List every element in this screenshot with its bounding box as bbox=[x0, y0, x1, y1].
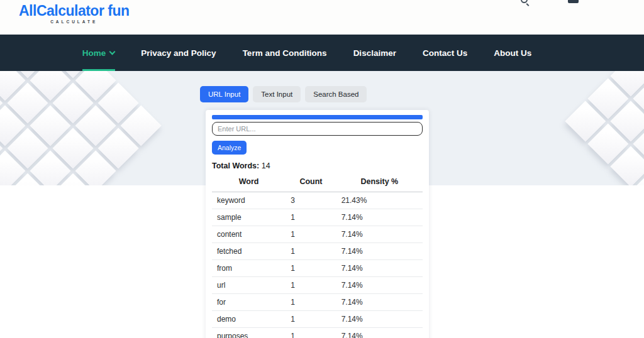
nav-item-contact-us[interactable]: Contact Us bbox=[409, 35, 480, 71]
top-header: AllCalculator fun CALCULATE bbox=[0, 0, 644, 35]
cell-word: demo bbox=[212, 311, 286, 328]
site-logo[interactable]: AllCalculator fun CALCULATE bbox=[19, 3, 130, 24]
cell-count: 1 bbox=[286, 260, 336, 277]
nav-item-about-us[interactable]: About Us bbox=[480, 35, 545, 71]
cell-count: 3 bbox=[286, 192, 336, 209]
cell-density: 7.14% bbox=[336, 328, 423, 338]
nav-item-label: Contact Us bbox=[423, 48, 467, 58]
cell-word: content bbox=[212, 226, 286, 243]
table-row: content17.14% bbox=[212, 226, 423, 243]
table-row: fetched17.14% bbox=[212, 243, 423, 260]
decorative-tiles-right bbox=[565, 71, 644, 185]
tab-search-based[interactable]: Search Based bbox=[305, 86, 367, 102]
cell-count: 1 bbox=[286, 277, 336, 294]
table-row: purposes17.14% bbox=[212, 328, 423, 338]
cell-count: 1 bbox=[286, 328, 336, 338]
nav-list: HomePrivacy and PolicyTerm and Condition… bbox=[0, 35, 644, 71]
tool-card: Analyze Total Words: 14 Word Count Densi… bbox=[206, 110, 429, 338]
logo-subtitle: CALCULATE bbox=[19, 19, 130, 24]
cell-word: from bbox=[212, 260, 286, 277]
cell-density: 7.14% bbox=[336, 294, 423, 311]
cell-density: 7.14% bbox=[336, 311, 423, 328]
cell-density: 7.14% bbox=[336, 277, 423, 294]
nav-item-label: Privacy and Policy bbox=[141, 48, 216, 58]
table-row: keyword321.43% bbox=[212, 192, 423, 209]
nav-item-label: Term and Conditions bbox=[243, 48, 327, 58]
page: AllCalculator fun CALCULATE HomePrivacy … bbox=[0, 0, 644, 338]
table-row: for17.14% bbox=[212, 294, 423, 311]
decorative-tiles-left bbox=[0, 71, 162, 185]
nav-item-home[interactable]: Home bbox=[69, 35, 128, 71]
cell-word: sample bbox=[212, 209, 286, 226]
table-row: url17.14% bbox=[212, 277, 423, 294]
total-words-label: Total Words: bbox=[212, 161, 259, 170]
cell-count: 1 bbox=[286, 243, 336, 260]
nav-item-label: Disclaimer bbox=[353, 48, 396, 58]
cell-word: purposes bbox=[212, 328, 286, 338]
nav-item-disclaimer[interactable]: Disclaimer bbox=[340, 35, 409, 71]
cell-word: for bbox=[212, 294, 286, 311]
tab-url-input[interactable]: URL Input bbox=[200, 86, 248, 102]
cell-density: 7.14% bbox=[336, 209, 423, 226]
logo-title: AllCalculator fun bbox=[19, 3, 130, 19]
total-words-value: 14 bbox=[262, 161, 270, 170]
header-count: Count bbox=[286, 174, 336, 192]
cell-count: 1 bbox=[286, 311, 336, 328]
total-words: Total Words: 14 bbox=[212, 161, 423, 170]
analyze-button[interactable]: Analyze bbox=[212, 141, 247, 155]
table-header-row: Word Count Density % bbox=[212, 174, 423, 192]
search-icon[interactable] bbox=[521, 0, 528, 3]
cell-count: 1 bbox=[286, 226, 336, 243]
chevron-down-icon bbox=[109, 48, 116, 55]
table-row: sample17.14% bbox=[212, 209, 423, 226]
progress-bar bbox=[212, 115, 423, 119]
nav-item-privacy-and-policy[interactable]: Privacy and Policy bbox=[128, 35, 229, 71]
cell-density: 21.43% bbox=[336, 192, 423, 209]
cell-density: 7.14% bbox=[336, 243, 423, 260]
menu-icon[interactable] bbox=[568, 0, 579, 3]
main-nav: HomePrivacy and PolicyTerm and Condition… bbox=[0, 35, 644, 71]
table-row: from17.14% bbox=[212, 260, 423, 277]
cell-word: keyword bbox=[212, 192, 286, 209]
word-density-table: Word Count Density % keyword321.43%sampl… bbox=[212, 174, 423, 338]
header-density: Density % bbox=[336, 174, 423, 192]
cell-density: 7.14% bbox=[336, 226, 423, 243]
url-input[interactable] bbox=[212, 122, 423, 136]
nav-item-label: About Us bbox=[494, 48, 531, 58]
cell-word: url bbox=[212, 277, 286, 294]
input-mode-tabs: URL InputText InputSearch Based bbox=[200, 86, 367, 102]
nav-item-term-and-conditions[interactable]: Term and Conditions bbox=[230, 35, 340, 71]
nav-item-label: Home bbox=[82, 48, 106, 58]
cell-count: 1 bbox=[286, 294, 336, 311]
header-word: Word bbox=[212, 174, 286, 192]
cell-density: 7.14% bbox=[336, 260, 423, 277]
cell-word: fetched bbox=[212, 243, 286, 260]
tab-text-input[interactable]: Text Input bbox=[253, 86, 301, 102]
table-row: demo17.14% bbox=[212, 311, 423, 328]
cell-count: 1 bbox=[286, 209, 336, 226]
